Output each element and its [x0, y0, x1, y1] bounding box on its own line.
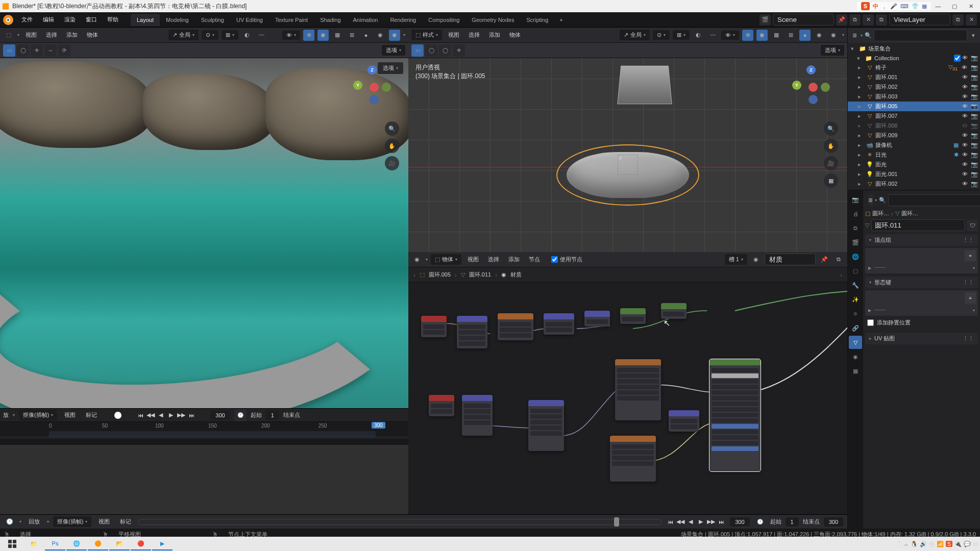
- shading-matprev[interactable]: ◉: [375, 30, 386, 41]
- vpmenu-object[interactable]: 物体: [84, 31, 101, 39]
- props-search[interactable]: [888, 194, 980, 206]
- tool2-circle[interactable]: ◯: [425, 44, 437, 57]
- tree-torus002[interactable]: ▸▽圆环.002👁📷: [848, 82, 980, 92]
- tl-end-frame[interactable]: 300: [824, 517, 843, 527]
- tool-rotate-icon[interactable]: ⟳: [58, 44, 70, 57]
- jump-end[interactable]: ⏭: [187, 411, 196, 420]
- tool-cursor-icon[interactable]: ✛: [31, 44, 43, 57]
- crumb-mesh[interactable]: 圆环.011: [469, 271, 491, 279]
- prop-tab-physics[interactable]: ⚛: [849, 307, 862, 320]
- tray-net-icon[interactable]: 📶: [937, 541, 944, 547]
- prop-tab-material[interactable]: ◉: [849, 350, 862, 363]
- editor-type-shader[interactable]: ◉: [411, 254, 423, 265]
- task-explorer[interactable]: 📁: [23, 537, 44, 550]
- vpmenu2-add[interactable]: 添加: [486, 31, 503, 39]
- curve2[interactable]: 〰: [707, 30, 718, 41]
- ws-scripting[interactable]: Scripting: [520, 14, 554, 26]
- add-workspace[interactable]: +: [554, 14, 568, 26]
- rendered2[interactable]: ◉: [828, 30, 839, 41]
- node-img2[interactable]: [610, 436, 656, 482]
- wire2[interactable]: ⊞: [785, 30, 796, 41]
- orientation2[interactable]: ↗全局▾: [620, 30, 650, 40]
- tray-penguin-icon[interactable]: 🐧: [911, 541, 918, 547]
- xray2[interactable]: ▦: [771, 30, 782, 41]
- shading-rendered[interactable]: ◉: [389, 30, 400, 41]
- ws-sculpting[interactable]: Sculpting: [195, 14, 230, 26]
- ws-geonodes[interactable]: Geometry Nodes: [465, 14, 520, 26]
- node-bump[interactable]: [584, 311, 610, 327]
- snap-dropdown[interactable]: ⊞▾: [222, 30, 238, 40]
- options2[interactable]: 选项▾: [821, 45, 844, 56]
- vpmenu-view[interactable]: 视图: [22, 31, 40, 39]
- current-frame[interactable]: 300: [210, 411, 230, 420]
- eye-icon[interactable]: 👁: [962, 55, 969, 62]
- coll-exclude-cb[interactable]: [954, 55, 961, 62]
- tray-s-icon[interactable]: S: [946, 541, 952, 547]
- tree-torus003[interactable]: ▸▽圆环.003👁📷: [848, 92, 980, 102]
- tray-edge-icon[interactable]: ▭: [973, 541, 978, 547]
- ws-uv[interactable]: UV Editing: [230, 14, 269, 26]
- orientation-dropdown[interactable]: ↗全局▾: [168, 30, 199, 40]
- prop-tab-texture[interactable]: ▦: [849, 364, 862, 378]
- node-textures-frame[interactable]: [615, 359, 661, 420]
- rest-pos-checkbox[interactable]: 添加静置位置: [867, 319, 976, 327]
- dope-view[interactable]: 视图: [61, 411, 79, 419]
- viewport-left[interactable]: Z Y 🔍 ✋ 🎥 选项▾: [0, 58, 408, 408]
- close-button[interactable]: ✕: [964, 3, 978, 10]
- dope-mode[interactable]: 抠像(插帧)▾: [19, 410, 57, 420]
- ws-rendering[interactable]: Rendering: [384, 14, 422, 26]
- jump-start[interactable]: ⏮: [136, 411, 145, 420]
- tray-power-icon[interactable]: 🔌: [954, 541, 962, 547]
- tl-mark[interactable]: 标记: [117, 518, 134, 525]
- nav2-persp[interactable]: ▦: [824, 173, 838, 188]
- overlay2[interactable]: ◉: [756, 30, 768, 41]
- prop-tab-particles[interactable]: ✨: [849, 293, 862, 306]
- outliner-filter-icon[interactable]: ▾: [969, 30, 977, 41]
- add-vgroup-button[interactable]: +: [965, 250, 976, 261]
- node-imgtex[interactable]: [498, 313, 533, 340]
- node-node[interactable]: 节点: [526, 256, 543, 263]
- shading-solid[interactable]: ●: [360, 30, 372, 41]
- tray-ime-icon[interactable]: ㊥: [929, 540, 935, 548]
- node-texcoord[interactable]: [421, 316, 447, 337]
- crumb-material[interactable]: 材质: [510, 271, 522, 279]
- clock-icon[interactable]: 🕐: [234, 409, 247, 421]
- menu-help[interactable]: 帮助: [102, 13, 124, 27]
- render-icon[interactable]: 📷: [971, 55, 978, 62]
- tree-arealight1[interactable]: ▸💡面光👁📷: [848, 160, 980, 169]
- dope-mark[interactable]: 标记: [83, 411, 100, 419]
- tl-jump-end[interactable]: ⏭: [717, 517, 726, 527]
- node-shader1[interactable]: [620, 308, 646, 324]
- tree-collection[interactable]: ▾📁Collection👁📷: [848, 54, 980, 63]
- task-photoshop[interactable]: Ps: [45, 537, 65, 550]
- prop-tab-render[interactable]: 📷: [849, 193, 862, 206]
- tree-sun[interactable]: ▸☀日光✱👁📷: [848, 150, 980, 160]
- menu-window[interactable]: 窗口: [81, 13, 102, 27]
- shading-wire[interactable]: ⊞: [346, 30, 357, 41]
- node-view[interactable]: 视图: [464, 256, 482, 263]
- visibility-dropdown[interactable]: 👁▾: [282, 31, 300, 40]
- tool-select-box[interactable]: ▭: [3, 44, 15, 57]
- node-mapping[interactable]: [457, 316, 487, 348]
- tl-key-prev[interactable]: ◀◀: [676, 517, 685, 527]
- outliner-search[interactable]: [874, 30, 967, 41]
- tool-move-icon[interactable]: ↔: [44, 44, 57, 57]
- ws-modeling[interactable]: Modeling: [160, 14, 195, 26]
- outliner-type-icon[interactable]: ≣: [851, 30, 859, 41]
- tl-play-fwd[interactable]: ▶: [696, 517, 705, 527]
- nav-cam-icon[interactable]: 🎥: [385, 156, 399, 170]
- mesh-name-field[interactable]: [871, 219, 965, 231]
- vpmenu-add[interactable]: 添加: [63, 31, 81, 39]
- ws-texpaint[interactable]: Texture Paint: [269, 14, 314, 26]
- ws-animation[interactable]: Animation: [347, 14, 384, 26]
- tl-play-rev[interactable]: ◀: [686, 517, 695, 527]
- nav-zoom-icon[interactable]: 🔍: [385, 121, 399, 136]
- gizmo2[interactable]: ⊕: [742, 30, 753, 41]
- key-next[interactable]: ▶▶: [177, 411, 186, 420]
- crumb-object[interactable]: 圆环.005: [429, 271, 451, 279]
- menu-render[interactable]: 渲染: [59, 13, 81, 27]
- tl-current-frame[interactable]: 300: [730, 517, 749, 527]
- play-fwd[interactable]: ▶: [166, 411, 176, 420]
- tl-clock-icon[interactable]: 🕐: [754, 516, 766, 528]
- play-rev[interactable]: ◀: [156, 411, 165, 420]
